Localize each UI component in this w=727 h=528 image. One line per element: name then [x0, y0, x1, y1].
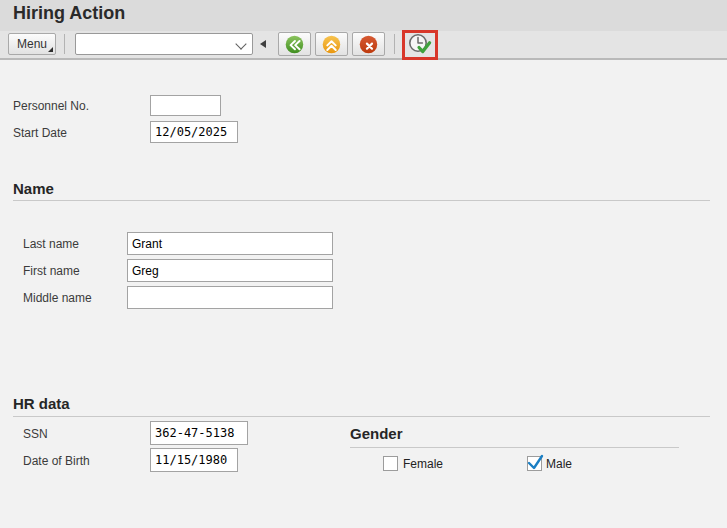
double-chevron-up-amber-icon: [321, 34, 342, 55]
last-name-input[interactable]: [127, 232, 333, 255]
female-checkbox-label: Female: [403, 457, 443, 471]
chevron-down-icon[interactable]: [235, 38, 246, 49]
name-section-header: Name: [13, 180, 54, 197]
last-name-label: Last name: [23, 237, 79, 251]
start-date-label: Start Date: [13, 126, 67, 140]
command-combobox[interactable]: [75, 33, 253, 55]
menu-caret-icon: [48, 47, 53, 52]
toolbar: Menu: [0, 31, 727, 60]
execute-button[interactable]: [402, 30, 438, 60]
middle-name-label: Middle name: [23, 291, 92, 305]
name-section-divider: [13, 200, 710, 201]
personnel-no-label: Personnel No.: [13, 99, 89, 113]
middle-name-input[interactable]: [127, 286, 333, 309]
cancel-button[interactable]: [352, 32, 385, 56]
personnel-no-input[interactable]: [150, 95, 221, 116]
page-title: Hiring Action: [13, 3, 125, 24]
collapse-left-triangle-icon[interactable]: [260, 40, 266, 48]
date-of-birth-label: Date of Birth: [23, 454, 90, 468]
menu-button-label: Menu: [17, 37, 47, 51]
hr-data-section-header: HR data: [13, 395, 70, 412]
hiring-action-window: Hiring Action Menu: [0, 0, 727, 528]
menu-button[interactable]: Menu: [8, 33, 56, 55]
exit-button[interactable]: [315, 32, 348, 56]
female-checkbox[interactable]: [383, 456, 398, 471]
male-checkbox[interactable]: [527, 456, 542, 471]
command-input[interactable]: [78, 35, 232, 55]
toolbar-separator: [394, 34, 395, 54]
first-name-label: First name: [23, 264, 80, 278]
gender-section-divider: [350, 447, 679, 448]
ssn-label: SSN: [23, 427, 48, 441]
gender-section-header: Gender: [350, 425, 403, 442]
first-name-input[interactable]: [127, 259, 333, 282]
clock-check-icon: [407, 32, 433, 58]
double-chevron-left-green-icon: [284, 34, 305, 55]
male-checkbox-label: Male: [546, 457, 572, 471]
toolbar-separator: [64, 34, 65, 54]
back-button[interactable]: [278, 32, 311, 56]
titlebar: Hiring Action: [0, 0, 727, 31]
start-date-input[interactable]: [150, 121, 238, 143]
date-of-birth-input[interactable]: [150, 448, 238, 472]
ssn-input[interactable]: [150, 421, 248, 445]
hr-data-section-divider: [13, 416, 710, 417]
x-red-circle-icon: [358, 34, 379, 55]
